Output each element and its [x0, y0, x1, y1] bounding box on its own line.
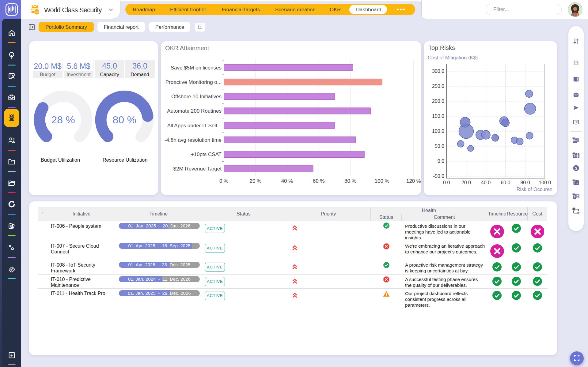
- svg-text:OKR Attainment: OKR Attainment: [165, 45, 209, 51]
- svg-text:$2M Revenue Target: $2M Revenue Target: [173, 166, 222, 172]
- svg-text:100.0: 100.0: [539, 180, 551, 185]
- svg-text:60 %: 60 %: [313, 178, 325, 184]
- svg-text:40 %: 40 %: [281, 178, 293, 184]
- svg-text:$: $: [575, 166, 577, 170]
- svg-text:80 %: 80 %: [344, 178, 356, 184]
- svg-text:Risk of Occuren: Risk of Occuren: [517, 186, 552, 192]
- svg-text:150.0: 150.0: [432, 114, 444, 119]
- svg-text:120 %: 120 %: [406, 178, 421, 184]
- svg-text:0.0: 0.0: [443, 180, 450, 185]
- svg-text:60.0: 60.0: [501, 180, 510, 185]
- svg-text:Automate 200 Routines: Automate 200 Routines: [167, 108, 222, 114]
- svg-text:Cost of Mitigation (K$): Cost of Mitigation (K$): [428, 55, 478, 60]
- svg-text:0 %: 0 %: [219, 178, 228, 184]
- svg-text:Offshore 10 Initiatives: Offshore 10 Initiatives: [171, 94, 222, 99]
- svg-text:50.0: 50.0: [435, 144, 444, 149]
- svg-text:100 %: 100 %: [374, 178, 389, 184]
- svg-text:Save $5M on licenses: Save $5M on licenses: [171, 65, 222, 71]
- svg-text:80.0: 80.0: [520, 180, 530, 185]
- svg-text:80 %: 80 %: [112, 114, 136, 125]
- svg-text:Proactive Monitoring o...: Proactive Monitoring o...: [165, 79, 222, 85]
- svg-text:-50.0: -50.0: [433, 174, 445, 179]
- svg-text:200.0: 200.0: [432, 99, 444, 104]
- svg-text:100.0: 100.0: [432, 129, 444, 134]
- svg-text:Top Risks: Top Risks: [428, 44, 455, 51]
- svg-text:Budget Utilization: Budget Utilization: [41, 157, 80, 163]
- svg-text:250.0: 250.0: [432, 84, 444, 89]
- svg-text:300.0: 300.0: [432, 69, 444, 74]
- svg-text:20 %: 20 %: [249, 178, 261, 184]
- svg-text:Resource Utilization: Resource Utilization: [103, 157, 148, 163]
- svg-text:0.0: 0.0: [438, 159, 444, 164]
- svg-text:PDF: PDF: [573, 140, 577, 142]
- svg-text:40.0: 40.0: [481, 180, 491, 185]
- svg-text:+10pts CSAT: +10pts CSAT: [191, 152, 222, 157]
- svg-text:-4.8h avg resolution time: -4.8h avg resolution time: [165, 137, 222, 143]
- svg-text:All Apps under IT Self...: All Apps under IT Self...: [167, 123, 222, 129]
- svg-text:28 %: 28 %: [51, 114, 75, 125]
- svg-text:20.0: 20.0: [461, 180, 471, 185]
